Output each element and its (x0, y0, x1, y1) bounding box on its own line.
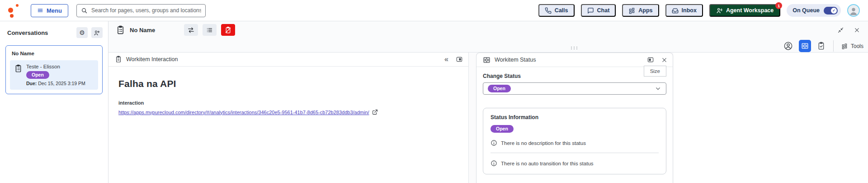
interaction-actions (184, 24, 235, 36)
workitem-title: Falha na API (118, 78, 458, 89)
interaction-field-label: interaction (118, 100, 458, 106)
workitem-interaction-panel: Workitem Interaction « Falha na API inte… (108, 53, 469, 183)
toggle-check-icon: ✓ (831, 8, 837, 14)
on-queue-label: On Queue (793, 7, 820, 14)
conversations-sidebar: Conversations ⚙ No Name Teste - Elisson … (0, 21, 108, 183)
agent-workspace-button[interactable]: Agent Workspace 1 (709, 4, 780, 17)
chat-button[interactable]: Chat (581, 4, 616, 17)
interaction-link-row: https://apps.mypurecloud.com/directory/#… (118, 109, 458, 115)
workitem-status-panel: Workitem Status Size Chan (476, 53, 673, 183)
on-queue-control: On Queue ✓ (787, 4, 841, 17)
rail-divider (833, 40, 834, 52)
panel-rail: Tools (783, 40, 863, 52)
due-label: Due: (26, 81, 37, 86)
tools-grid-icon (841, 43, 848, 49)
sidebar-header: Conversations ⚙ (0, 21, 108, 41)
apps-label: Apps (638, 7, 652, 14)
chat-bubble-icon (587, 7, 594, 14)
divider (491, 153, 659, 153)
conversation-list-item[interactable]: Teste - Elisson Open Due: Dec 15, 2025 3… (10, 60, 98, 90)
interaction-panel-body: Falha na API interaction https://apps.my… (108, 67, 468, 115)
inbox-tray-icon (672, 7, 679, 14)
external-link-icon (372, 109, 378, 115)
workitem-status-brick-icon (483, 56, 491, 64)
inbox-button[interactable]: Inbox (665, 4, 703, 17)
person-circle-icon (783, 41, 793, 51)
agent-headset-icon (716, 7, 723, 14)
close-status-panel-button[interactable] (661, 57, 667, 63)
due-value: Dec 15, 2025 3:19 PM (38, 81, 85, 86)
change-status-label: Change Status (483, 73, 666, 79)
notification-badge: 1 (775, 2, 782, 9)
top-bar: Menu Calls Chat (0, 0, 868, 21)
chevron-down-icon (655, 85, 661, 92)
global-search[interactable] (76, 4, 206, 17)
conversation-name: Teste - Elisson (26, 64, 85, 69)
interaction-bar: No Name (108, 21, 868, 39)
apps-grid-icon (628, 7, 635, 14)
clipboard-icon (116, 25, 125, 35)
collapse-icon (837, 27, 844, 34)
panel-toggle-icon (456, 56, 463, 63)
size-tooltip: Size (644, 66, 666, 77)
interaction-header-band: No Name (108, 21, 868, 53)
collapse-button[interactable] (837, 27, 844, 34)
interaction-link[interactable]: https://apps.mypurecloud.com/directory/#… (118, 110, 369, 115)
selected-status-badge: Open (488, 85, 511, 92)
drag-handle-dots[interactable] (571, 47, 578, 49)
status-transition-row: There is no auto transition for this sta… (491, 160, 659, 167)
settings-button[interactable]: ⚙ (76, 27, 88, 38)
interaction-panel-header: Workitem Interaction « (108, 53, 468, 67)
calls-label: Calls (555, 7, 568, 14)
transfer-button[interactable] (184, 24, 198, 36)
conversation-group: No Name Teste - Elisson Open Due: Dec 15… (5, 45, 103, 94)
clipboard-icon (115, 55, 122, 63)
calls-button[interactable]: Calls (538, 4, 575, 17)
collapse-panel-button[interactable]: « (444, 56, 448, 63)
tools-button[interactable]: Tools (841, 43, 863, 49)
status-panel-body: Size Change Status Open Status Informati… (476, 67, 673, 174)
menu-button[interactable]: Menu (31, 4, 68, 17)
hamburger-icon (37, 7, 43, 14)
status-badge: Open (26, 71, 49, 79)
end-workitem-slash-icon (224, 26, 232, 34)
person-add-icon (94, 29, 100, 36)
inbox-label: Inbox (682, 7, 697, 14)
avatar-person-icon (849, 6, 859, 16)
top-bar-actions: Calls Chat Apps Inbox (538, 4, 860, 17)
clipboard-check-icon (817, 42, 826, 50)
status-select[interactable]: Open (483, 82, 666, 95)
status-description-text: There is no description for this status (501, 140, 586, 146)
panel-toggle-button[interactable] (647, 56, 654, 63)
scripts-panel-button[interactable] (817, 42, 826, 50)
close-icon (661, 57, 667, 63)
workitem-status-brick-icon (801, 42, 809, 50)
search-icon (81, 7, 88, 14)
panel-header-actions: « (444, 56, 463, 63)
interaction-bar-right (837, 27, 860, 34)
workitem-status-panel-button[interactable] (799, 40, 811, 52)
panel-title: Workitem Status (495, 57, 536, 63)
due-date: Due: Dec 15, 2025 3:19 PM (26, 81, 85, 86)
popout-panel-button[interactable] (456, 56, 463, 63)
add-person-button[interactable] (91, 27, 103, 38)
panel-title: Workitem Interaction (126, 56, 178, 63)
status-transition-text: There is no auto transition for this sta… (501, 161, 594, 166)
user-avatar[interactable] (847, 4, 860, 17)
status-badge: Open (491, 125, 514, 133)
genesys-logo (8, 3, 19, 18)
clipboard-icon (14, 64, 23, 86)
right-panel-background (674, 53, 868, 183)
status-header-actions (647, 56, 667, 63)
tools-label: Tools (851, 43, 863, 49)
close-interaction-button[interactable] (854, 27, 860, 33)
profile-panel-button[interactable] (783, 41, 793, 51)
search-input[interactable] (91, 7, 201, 14)
end-workitem-button[interactable] (221, 24, 235, 36)
on-queue-toggle[interactable]: ✓ (824, 7, 838, 14)
notes-list-button[interactable] (203, 24, 217, 36)
sidebar-title: Conversations (7, 29, 73, 36)
close-icon (854, 27, 860, 33)
apps-button[interactable]: Apps (622, 4, 659, 17)
interaction-title: No Name (130, 27, 155, 34)
